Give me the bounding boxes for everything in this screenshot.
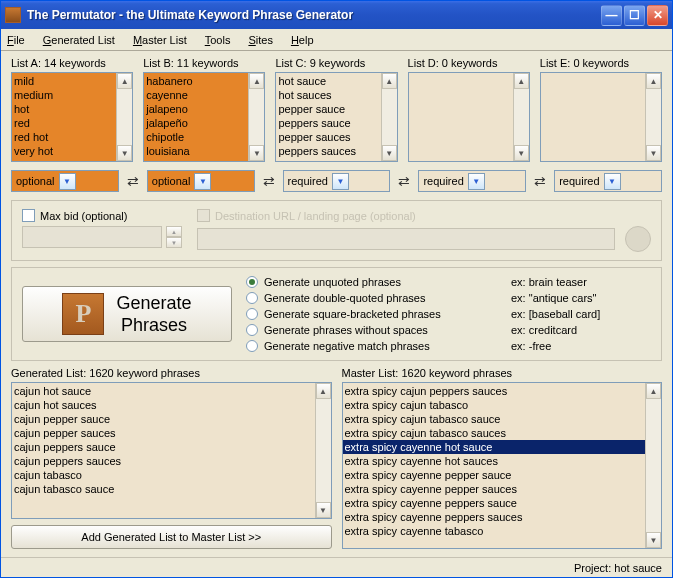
list-item[interactable]: jalapeño: [146, 116, 246, 130]
scroll-up-icon[interactable]: ▲: [646, 383, 661, 399]
menu-tools[interactable]: Tools: [205, 34, 231, 46]
master-listbox[interactable]: extra spicy cajun peppers saucesextra sp…: [342, 382, 663, 549]
minimize-button[interactable]: —: [601, 5, 622, 26]
list-item[interactable]: jalapeno: [146, 102, 246, 116]
example-text: ex: creditcard: [511, 324, 651, 336]
opt-select[interactable]: optional▼: [11, 170, 119, 192]
list-item[interactable]: very hot: [14, 144, 114, 158]
list-label: List D: 0 keywords: [408, 57, 530, 69]
list-item[interactable]: extra spicy cayenne pepper sauces: [345, 482, 644, 496]
scroll-up-icon[interactable]: ▲: [316, 383, 331, 399]
close-button[interactable]: ✕: [647, 5, 668, 26]
add-to-master-button[interactable]: Add Generated List to Master List >>: [11, 525, 332, 549]
menu-help[interactable]: Help: [291, 34, 314, 46]
radio-icon: [246, 276, 258, 288]
list-item[interactable]: extra spicy cayenne hot sauce: [343, 440, 646, 454]
list-item[interactable]: extra spicy cayenne peppers sauces: [345, 510, 644, 524]
scroll-down-icon[interactable]: ▼: [382, 145, 397, 161]
keyword-listbox[interactable]: ▲▼: [408, 72, 530, 162]
list-item[interactable]: hot sauces: [278, 88, 378, 102]
swap-button[interactable]: ⇄: [127, 173, 139, 189]
radio-option[interactable]: Generate negative match phrases: [246, 340, 497, 352]
menu-sites[interactable]: Sites: [248, 34, 272, 46]
list-item[interactable]: extra spicy cayenne hot sauces: [345, 454, 644, 468]
generated-listbox[interactable]: cajun hot saucecajun hot saucescajun pep…: [11, 382, 332, 519]
list-item[interactable]: cajun tabasco: [14, 468, 313, 482]
list-item[interactable]: mild: [14, 74, 114, 88]
maximize-button[interactable]: ☐: [624, 5, 645, 26]
menu-generated[interactable]: Generated List: [43, 34, 115, 46]
list-item[interactable]: medium: [14, 88, 114, 102]
opt-select[interactable]: required▼: [418, 170, 526, 192]
chevron-down-icon: ▼: [194, 173, 211, 190]
keyword-listbox[interactable]: ▲▼: [540, 72, 662, 162]
generate-panel: GeneratePhrases Generate unquoted phrase…: [11, 267, 662, 361]
maxbid-stepper[interactable]: ▲▼: [166, 226, 182, 248]
list-item[interactable]: habanero: [146, 74, 246, 88]
scroll-up-icon[interactable]: ▲: [514, 73, 529, 89]
opt-select[interactable]: required▼: [554, 170, 662, 192]
keyword-listbox[interactable]: mildmediumhotredred hotvery hot▲▼: [11, 72, 133, 162]
menubar: File Generated List Master List Tools Si…: [1, 29, 672, 51]
list-item[interactable]: cajun pepper sauce: [14, 412, 313, 426]
scroll-down-icon[interactable]: ▼: [514, 145, 529, 161]
project-label: Project: hot sauce: [574, 562, 662, 574]
maxbid-checkbox[interactable]: [22, 209, 35, 222]
example-text: ex: brain teaser: [511, 276, 651, 288]
url-go-button[interactable]: [625, 226, 651, 252]
titlebar[interactable]: The Permutator - the Ultimate Keyword Ph…: [1, 1, 672, 29]
opt-select[interactable]: optional▼: [147, 170, 255, 192]
radio-option[interactable]: Generate double-quoted phrases: [246, 292, 497, 304]
list-item[interactable]: cajun tabasco sauce: [14, 482, 313, 496]
list-item[interactable]: hot: [14, 102, 114, 116]
radio-option[interactable]: Generate unquoted phrases: [246, 276, 497, 288]
list-item[interactable]: red: [14, 116, 114, 130]
statusbar: Project: hot sauce: [1, 557, 672, 577]
list-item[interactable]: cajun hot sauce: [14, 384, 313, 398]
scroll-up-icon[interactable]: ▲: [249, 73, 264, 89]
radio-option[interactable]: Generate phrases without spaces: [246, 324, 497, 336]
list-item[interactable]: extra spicy cajun tabasco sauces: [345, 426, 644, 440]
url-label: Destination URL / landing page (optional…: [215, 210, 416, 222]
list-item[interactable]: extra spicy cajun peppers sauces: [345, 384, 644, 398]
list-item[interactable]: pepper sauce: [278, 102, 378, 116]
list-item[interactable]: peppers sauce: [278, 116, 378, 130]
keyword-listbox[interactable]: hot saucehot saucespepper saucepeppers s…: [275, 72, 397, 162]
list-item[interactable]: peppers sauces: [278, 144, 378, 158]
scroll-down-icon[interactable]: ▼: [646, 145, 661, 161]
generate-button[interactable]: GeneratePhrases: [22, 286, 232, 342]
scroll-up-icon[interactable]: ▲: [117, 73, 132, 89]
radio-option[interactable]: Generate square-bracketed phrases: [246, 308, 497, 320]
list-item[interactable]: cajun hot sauces: [14, 398, 313, 412]
list-item[interactable]: cajun pepper sauces: [14, 426, 313, 440]
list-item[interactable]: extra spicy cajun tabasco: [345, 398, 644, 412]
list-item[interactable]: louisiana: [146, 144, 246, 158]
menu-master[interactable]: Master List: [133, 34, 187, 46]
scroll-down-icon[interactable]: ▼: [646, 532, 661, 548]
list-item[interactable]: pepper sauces: [278, 130, 378, 144]
list-item[interactable]: extra spicy cayenne pepper sauce: [345, 468, 644, 482]
scroll-down-icon[interactable]: ▼: [316, 502, 331, 518]
scroll-up-icon[interactable]: ▲: [382, 73, 397, 89]
scroll-down-icon[interactable]: ▼: [117, 145, 132, 161]
url-input[interactable]: [197, 228, 615, 250]
list-item[interactable]: extra spicy cajun tabasco sauce: [345, 412, 644, 426]
list-item[interactable]: hot sauce: [278, 74, 378, 88]
scroll-up-icon[interactable]: ▲: [646, 73, 661, 89]
list-item[interactable]: cajun peppers sauces: [14, 454, 313, 468]
list-item[interactable]: extra spicy cayenne tabasco: [345, 524, 644, 538]
swap-button[interactable]: ⇄: [534, 173, 546, 189]
swap-button[interactable]: ⇄: [398, 173, 410, 189]
list-item[interactable]: extra spicy cayenne peppers sauce: [345, 496, 644, 510]
list-item[interactable]: red hot: [14, 130, 114, 144]
opt-select[interactable]: required▼: [283, 170, 391, 192]
menu-file[interactable]: File: [7, 34, 25, 46]
list-item[interactable]: chipotle: [146, 130, 246, 144]
scroll-down-icon[interactable]: ▼: [249, 145, 264, 161]
list-item[interactable]: cajun peppers sauce: [14, 440, 313, 454]
maxbid-input[interactable]: [22, 226, 162, 248]
url-checkbox[interactable]: [197, 209, 210, 222]
keyword-listbox[interactable]: habanerocayennejalapenojalapeñochipotlel…: [143, 72, 265, 162]
list-item[interactable]: cayenne: [146, 88, 246, 102]
swap-button[interactable]: ⇄: [263, 173, 275, 189]
